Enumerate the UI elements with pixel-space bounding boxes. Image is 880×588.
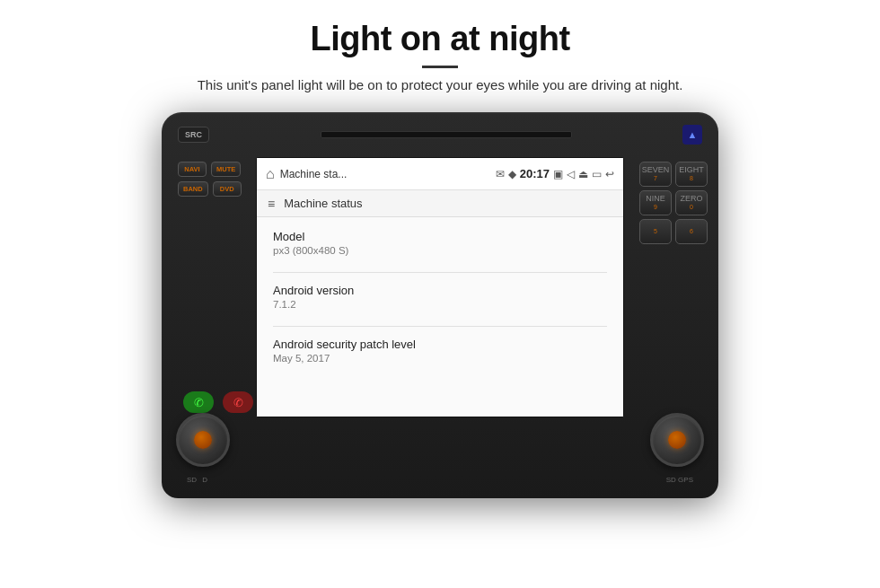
- back-icon[interactable]: ↩: [605, 168, 614, 180]
- right-knob[interactable]: [650, 413, 704, 467]
- model-section: Model px3 (800x480 S): [273, 230, 607, 256]
- security-patch-value: May 5, 2017: [273, 353, 607, 364]
- phone-buttons: ✆ ✆: [183, 391, 253, 413]
- sd-left-labels: SD D: [187, 476, 207, 484]
- dvd-button[interactable]: DVD: [213, 181, 242, 197]
- top-buttons-row: SRC ▲: [178, 125, 702, 145]
- eject-icon: ⏏: [578, 168, 588, 180]
- camera-icon: ▣: [553, 168, 563, 180]
- num-row-2: NINE 9 ZERO 0: [639, 190, 708, 215]
- btn-eight[interactable]: EIGHT 8: [675, 162, 708, 187]
- ctrl-row-2: BAND DVD: [178, 181, 242, 197]
- message-icon: ✉: [496, 168, 505, 180]
- status-time: 20:17: [520, 167, 550, 180]
- num-row-1: SEVEN 7 EIGHT 8: [639, 162, 708, 187]
- security-patch-label: Android security patch level: [273, 338, 607, 351]
- nav-title: Machine status: [284, 197, 362, 210]
- band-button[interactable]: BAND: [178, 181, 208, 197]
- sd-right-labels: SD GPS: [666, 476, 693, 484]
- screen-content: Model px3 (800x480 S) Android version 7.…: [257, 217, 623, 417]
- mute-button[interactable]: MUTE: [211, 162, 241, 177]
- call-reject-button[interactable]: ✆: [223, 391, 253, 413]
- title-section: Light on at night This unit's panel ligh…: [198, 20, 683, 107]
- btn-nine[interactable]: NINE 9: [639, 190, 672, 215]
- page-subtitle: This unit's panel light will be on to pr…: [198, 77, 683, 92]
- triangle-icon: ▲: [688, 129, 698, 140]
- location-icon: ◆: [508, 168, 516, 180]
- call-accept-button[interactable]: ✆: [183, 391, 214, 413]
- left-controls: NAVI MUTE BAND DVD: [178, 162, 242, 197]
- btn-zero[interactable]: ZERO 0: [675, 190, 708, 215]
- cd-slot: [321, 131, 572, 138]
- btn-seven[interactable]: SEVEN 7: [639, 162, 672, 187]
- d-label: D: [202, 476, 207, 484]
- bottom-labels: SD D SD GPS: [162, 476, 718, 484]
- sd-label: SD: [187, 476, 197, 484]
- page-title: Light on at night: [198, 20, 683, 58]
- btn-five[interactable]: 5: [639, 219, 672, 244]
- num-row-3: 5 6: [639, 219, 708, 244]
- divider-2: [273, 326, 607, 327]
- nav-bar: ≡ Machine status: [257, 190, 623, 217]
- nav-menu-icon[interactable]: ≡: [268, 197, 275, 211]
- ctrl-row-1: NAVI MUTE: [178, 162, 242, 177]
- divider-1: [273, 272, 607, 273]
- phone-icon: ✆: [194, 396, 204, 409]
- navi-button[interactable]: NAVI: [178, 162, 207, 177]
- android-version-value: 7.1.2: [273, 299, 607, 310]
- page-container: Light on at night This unit's panel ligh…: [0, 0, 880, 588]
- android-screen: ⌂ Machine sta... ✉ ◆ 20:17 ▣ ◁ ⏏ ▭ ↩ ≡ M…: [256, 157, 624, 417]
- right-number-controls: SEVEN 7 EIGHT 8 NINE 9 ZERO 0: [639, 162, 708, 244]
- left-knob[interactable]: [176, 413, 230, 467]
- src-button[interactable]: SRC: [178, 127, 209, 143]
- security-patch-section: Android security patch level May 5, 2017: [273, 338, 607, 364]
- model-value: px3 (800x480 S): [273, 245, 607, 256]
- car-head-unit: SRC ▲ NAVI MUTE BAND DVD ✆ ✆: [162, 112, 718, 498]
- status-icons: ✉ ◆ 20:17 ▣ ◁ ⏏ ▭ ↩: [496, 167, 614, 180]
- end-call-icon: ✆: [233, 396, 243, 409]
- volume-icon: ◁: [567, 168, 575, 180]
- android-version-label: Android version: [273, 284, 607, 297]
- alert-button[interactable]: ▲: [682, 125, 702, 145]
- status-app-title: Machine sta...: [280, 168, 490, 180]
- home-icon[interactable]: ⌂: [266, 166, 275, 182]
- sd-gps-label: SD GPS: [666, 476, 693, 484]
- title-divider: [422, 66, 458, 68]
- android-version-section: Android version 7.1.2: [273, 284, 607, 310]
- btn-six[interactable]: 6: [675, 219, 708, 244]
- cast-icon: ▭: [592, 168, 602, 180]
- status-bar: ⌂ Machine sta... ✉ ◆ 20:17 ▣ ◁ ⏏ ▭ ↩: [257, 158, 623, 190]
- model-label: Model: [273, 230, 607, 243]
